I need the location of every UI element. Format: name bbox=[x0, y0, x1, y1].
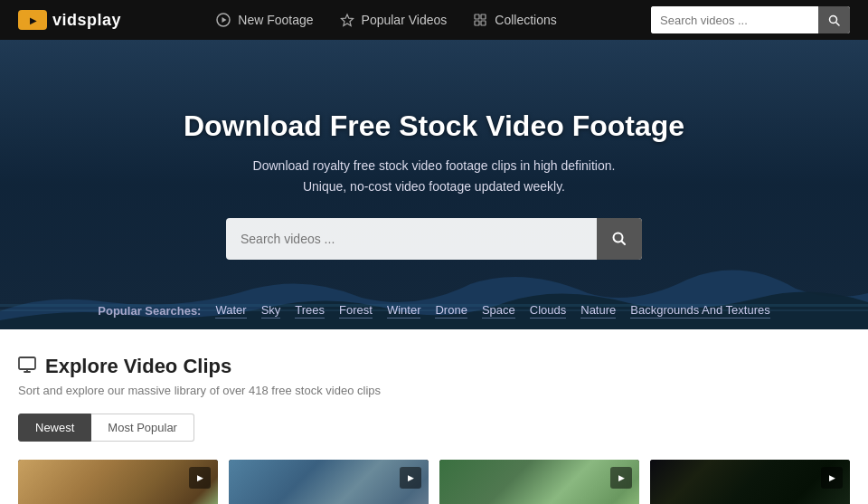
hero-title: Download Free Stock Video Footage bbox=[184, 109, 684, 143]
popular-tag-clouds[interactable]: Clouds bbox=[530, 303, 566, 319]
nav-link-new-footage[interactable]: New Footage bbox=[215, 12, 313, 28]
filter-tab-most-popular[interactable]: Most Popular bbox=[91, 414, 194, 442]
star-icon bbox=[339, 12, 355, 28]
svg-marker-2 bbox=[341, 14, 353, 26]
video-overlay-play-button: ▶ bbox=[522, 496, 558, 504]
svg-line-12 bbox=[622, 241, 626, 244]
logo[interactable]: vidsplay bbox=[18, 10, 121, 30]
nav-link-collections[interactable]: Collections bbox=[472, 12, 556, 28]
logo-text: vidsplay bbox=[52, 11, 121, 30]
popular-tag-trees[interactable]: Trees bbox=[295, 303, 325, 319]
nav-collections-label: Collections bbox=[495, 13, 556, 27]
popular-searches-label: Popular Searches: bbox=[98, 304, 201, 318]
svg-rect-5 bbox=[475, 21, 479, 25]
popular-searches: Popular Searches: Water Sky Trees Forest… bbox=[0, 303, 868, 319]
hero-subtitle-line2: Unique, no-cost video footage updated we… bbox=[303, 179, 565, 194]
hero-search-bar bbox=[226, 218, 642, 260]
popular-tag-forest[interactable]: Forest bbox=[339, 303, 373, 319]
filter-tabs: Newest Most Popular bbox=[18, 414, 850, 442]
filter-tab-newest[interactable]: Newest bbox=[18, 414, 91, 442]
play-circle-icon bbox=[215, 12, 231, 28]
svg-rect-3 bbox=[475, 14, 479, 19]
video-card[interactable]: ▶ 01:18 ▶ bbox=[18, 460, 218, 504]
hero-section: Download Free Stock Video Footage Downlo… bbox=[0, 40, 868, 329]
explore-title: Explore Video Clips bbox=[45, 355, 231, 378]
video-grid: ▶ 01:18 ▶ ▶ 00:50 ▶ ▶ 00:29 ▶ ▶ bbox=[18, 460, 850, 504]
nav-links: New Footage Popular Videos Collections bbox=[148, 12, 624, 28]
popular-tag-backgrounds[interactable]: Backgrounds And Textures bbox=[630, 303, 769, 319]
popular-tag-nature[interactable]: Nature bbox=[580, 303, 616, 319]
video-overlay-play-button: ▶ bbox=[311, 496, 347, 504]
navbar-search-input[interactable] bbox=[651, 6, 818, 33]
svg-rect-4 bbox=[481, 14, 486, 19]
explore-section: Explore Video Clips Sort and explore our… bbox=[0, 329, 868, 504]
navbar-search-button[interactable] bbox=[818, 6, 850, 33]
hero-subtitle: Download royalty free stock video footag… bbox=[184, 156, 684, 196]
hero-content: Download Free Stock Video Footage Downlo… bbox=[165, 109, 703, 260]
popular-tag-space[interactable]: Space bbox=[482, 303, 515, 319]
navbar-search-bar bbox=[651, 6, 850, 33]
video-card[interactable]: ▶ 00:50 ▶ bbox=[229, 460, 429, 504]
popular-tag-sky[interactable]: Sky bbox=[261, 303, 281, 319]
video-card[interactable]: ▶ 00:18 ▶ bbox=[650, 460, 850, 504]
popular-tag-water[interactable]: Water bbox=[215, 303, 246, 319]
popular-tag-winter[interactable]: Winter bbox=[387, 303, 421, 319]
hero-subtitle-line1: Download royalty free stock video footag… bbox=[253, 158, 616, 173]
video-overlay-play-button: ▶ bbox=[732, 496, 769, 504]
nav-popular-videos-label: Popular Videos bbox=[362, 13, 448, 27]
hero-search-input[interactable] bbox=[226, 218, 597, 260]
svg-point-7 bbox=[830, 15, 837, 23]
explore-subtitle: Sort and explore our massive library of … bbox=[18, 384, 850, 397]
nav-link-popular-videos[interactable]: Popular Videos bbox=[339, 12, 448, 28]
svg-rect-6 bbox=[481, 21, 486, 25]
navbar: vidsplay New Footage Popular Videos bbox=[0, 0, 868, 40]
video-card[interactable]: ▶ 00:29 ▶ bbox=[439, 460, 639, 504]
svg-rect-13 bbox=[19, 357, 35, 369]
monitor-icon bbox=[18, 357, 36, 377]
explore-header: Explore Video Clips bbox=[18, 355, 850, 378]
nav-new-footage-label: New Footage bbox=[238, 13, 313, 27]
video-overlay-play-button: ▶ bbox=[100, 496, 137, 504]
popular-tag-drone[interactable]: Drone bbox=[435, 303, 467, 319]
svg-line-8 bbox=[836, 23, 839, 25]
hero-search-button[interactable] bbox=[597, 218, 642, 260]
svg-marker-1 bbox=[222, 17, 227, 23]
logo-icon bbox=[18, 10, 47, 30]
collections-icon bbox=[472, 12, 488, 28]
